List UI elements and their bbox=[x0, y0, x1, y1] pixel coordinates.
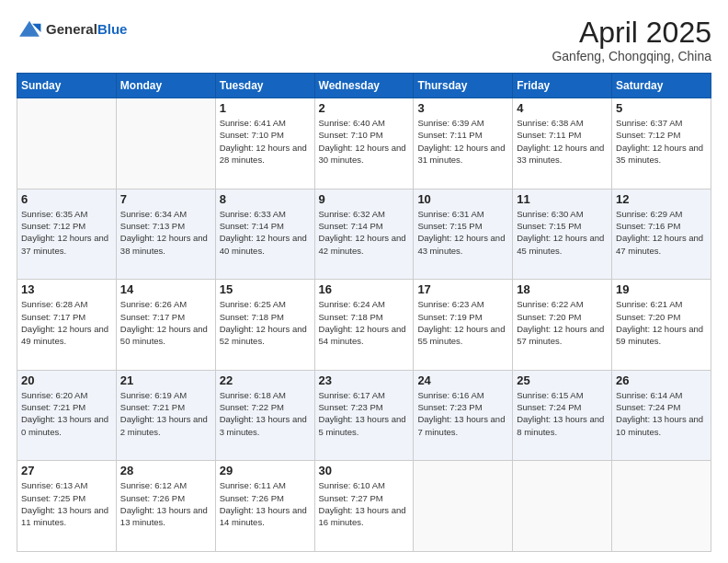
day-info: Sunrise: 6:10 AM Sunset: 7:27 PM Dayligh… bbox=[319, 479, 410, 528]
calendar-cell: 17Sunrise: 6:23 AM Sunset: 7:19 PM Dayli… bbox=[414, 280, 513, 371]
calendar-table: SundayMondayTuesdayWednesdayThursdayFrid… bbox=[17, 73, 711, 552]
calendar-cell: 19Sunrise: 6:21 AM Sunset: 7:20 PM Dayli… bbox=[612, 280, 711, 371]
day-info: Sunrise: 6:16 AM Sunset: 7:23 PM Dayligh… bbox=[417, 389, 508, 438]
calendar-cell: 18Sunrise: 6:22 AM Sunset: 7:20 PM Dayli… bbox=[513, 280, 612, 371]
calendar-cell: 2Sunrise: 6:40 AM Sunset: 7:10 PM Daylig… bbox=[314, 98, 414, 190]
calendar-title: April 2025 bbox=[552, 17, 711, 49]
day-info: Sunrise: 6:23 AM Sunset: 7:19 PM Dayligh… bbox=[417, 298, 508, 347]
weekday-header-tuesday: Tuesday bbox=[215, 74, 314, 98]
calendar-cell: 8Sunrise: 6:33 AM Sunset: 7:14 PM Daylig… bbox=[215, 189, 314, 280]
calendar-cell: 5Sunrise: 6:37 AM Sunset: 7:12 PM Daylig… bbox=[612, 98, 711, 190]
day-number: 10 bbox=[417, 192, 508, 206]
calendar-cell: 28Sunrise: 6:12 AM Sunset: 7:26 PM Dayli… bbox=[116, 461, 215, 552]
day-info: Sunrise: 6:31 AM Sunset: 7:15 PM Dayligh… bbox=[417, 208, 508, 257]
calendar-location: Ganfeng, Chongqing, China bbox=[552, 49, 711, 63]
calendar-cell: 6Sunrise: 6:35 AM Sunset: 7:12 PM Daylig… bbox=[17, 189, 117, 280]
day-info: Sunrise: 6:12 AM Sunset: 7:26 PM Dayligh… bbox=[120, 479, 211, 528]
day-number: 9 bbox=[319, 192, 410, 206]
calendar-cell: 15Sunrise: 6:25 AM Sunset: 7:18 PM Dayli… bbox=[215, 280, 314, 371]
calendar-cell: 25Sunrise: 6:15 AM Sunset: 7:24 PM Dayli… bbox=[513, 370, 612, 461]
day-info: Sunrise: 6:35 AM Sunset: 7:12 PM Dayligh… bbox=[21, 208, 112, 257]
title-block: April 2025 Ganfeng, Chongqing, China bbox=[552, 17, 711, 63]
calendar-cell: 26Sunrise: 6:14 AM Sunset: 7:24 PM Dayli… bbox=[612, 370, 711, 461]
calendar-cell: 12Sunrise: 6:29 AM Sunset: 7:16 PM Dayli… bbox=[612, 189, 711, 280]
weekday-header-thursday: Thursday bbox=[414, 74, 513, 98]
day-number: 7 bbox=[120, 192, 211, 206]
day-number: 30 bbox=[319, 464, 410, 477]
day-info: Sunrise: 6:37 AM Sunset: 7:12 PM Dayligh… bbox=[616, 117, 707, 166]
calendar-cell bbox=[17, 98, 117, 190]
weekday-header-saturday: Saturday bbox=[612, 74, 711, 98]
weekday-header-friday: Friday bbox=[513, 74, 612, 98]
day-info: Sunrise: 6:26 AM Sunset: 7:17 PM Dayligh… bbox=[120, 298, 211, 347]
calendar-cell: 30Sunrise: 6:10 AM Sunset: 7:27 PM Dayli… bbox=[314, 461, 414, 552]
day-number: 15 bbox=[220, 282, 311, 296]
day-info: Sunrise: 6:28 AM Sunset: 7:17 PM Dayligh… bbox=[21, 298, 112, 347]
calendar-cell bbox=[116, 98, 215, 190]
day-number: 18 bbox=[517, 282, 608, 296]
day-number: 20 bbox=[21, 373, 112, 387]
day-info: Sunrise: 6:15 AM Sunset: 7:24 PM Dayligh… bbox=[517, 389, 608, 438]
day-info: Sunrise: 6:13 AM Sunset: 7:25 PM Dayligh… bbox=[21, 479, 112, 528]
day-info: Sunrise: 6:21 AM Sunset: 7:20 PM Dayligh… bbox=[616, 298, 707, 347]
calendar-cell: 4Sunrise: 6:38 AM Sunset: 7:11 PM Daylig… bbox=[513, 98, 612, 190]
calendar-cell: 10Sunrise: 6:31 AM Sunset: 7:15 PM Dayli… bbox=[414, 189, 513, 280]
weekday-header-sunday: Sunday bbox=[17, 74, 117, 98]
day-number: 1 bbox=[220, 101, 311, 115]
day-number: 6 bbox=[21, 192, 112, 206]
day-number: 21 bbox=[120, 373, 211, 387]
logo-icon bbox=[17, 17, 42, 42]
calendar-cell: 14Sunrise: 6:26 AM Sunset: 7:17 PM Dayli… bbox=[116, 280, 215, 371]
day-number: 3 bbox=[417, 101, 508, 115]
calendar-cell bbox=[612, 461, 711, 552]
weekday-header-wednesday: Wednesday bbox=[314, 74, 414, 98]
day-number: 23 bbox=[319, 373, 410, 387]
day-info: Sunrise: 6:33 AM Sunset: 7:14 PM Dayligh… bbox=[220, 208, 311, 257]
day-info: Sunrise: 6:17 AM Sunset: 7:23 PM Dayligh… bbox=[319, 389, 410, 438]
day-info: Sunrise: 6:29 AM Sunset: 7:16 PM Dayligh… bbox=[616, 208, 707, 257]
calendar-cell: 21Sunrise: 6:19 AM Sunset: 7:21 PM Dayli… bbox=[116, 370, 215, 461]
calendar-cell: 16Sunrise: 6:24 AM Sunset: 7:18 PM Dayli… bbox=[314, 280, 414, 371]
calendar-cell: 20Sunrise: 6:20 AM Sunset: 7:21 PM Dayli… bbox=[17, 370, 117, 461]
day-number: 11 bbox=[517, 192, 608, 206]
logo: GeneralBlue bbox=[17, 17, 127, 42]
day-number: 29 bbox=[220, 464, 311, 477]
day-number: 12 bbox=[616, 192, 707, 206]
day-number: 8 bbox=[220, 192, 311, 206]
day-info: Sunrise: 6:11 AM Sunset: 7:26 PM Dayligh… bbox=[220, 479, 311, 528]
day-number: 17 bbox=[417, 282, 508, 296]
calendar-cell: 29Sunrise: 6:11 AM Sunset: 7:26 PM Dayli… bbox=[215, 461, 314, 552]
calendar-cell: 11Sunrise: 6:30 AM Sunset: 7:15 PM Dayli… bbox=[513, 189, 612, 280]
calendar-cell: 22Sunrise: 6:18 AM Sunset: 7:22 PM Dayli… bbox=[215, 370, 314, 461]
calendar-cell bbox=[513, 461, 612, 552]
day-number: 2 bbox=[319, 101, 410, 115]
day-number: 4 bbox=[517, 101, 608, 115]
day-number: 25 bbox=[517, 373, 608, 387]
day-info: Sunrise: 6:38 AM Sunset: 7:11 PM Dayligh… bbox=[517, 117, 608, 166]
day-info: Sunrise: 6:22 AM Sunset: 7:20 PM Dayligh… bbox=[517, 298, 608, 347]
calendar-cell: 1Sunrise: 6:41 AM Sunset: 7:10 PM Daylig… bbox=[215, 98, 314, 190]
day-info: Sunrise: 6:19 AM Sunset: 7:21 PM Dayligh… bbox=[120, 389, 211, 438]
calendar-cell: 7Sunrise: 6:34 AM Sunset: 7:13 PM Daylig… bbox=[116, 189, 215, 280]
day-info: Sunrise: 6:34 AM Sunset: 7:13 PM Dayligh… bbox=[120, 208, 211, 257]
calendar-cell: 3Sunrise: 6:39 AM Sunset: 7:11 PM Daylig… bbox=[414, 98, 513, 190]
day-info: Sunrise: 6:32 AM Sunset: 7:14 PM Dayligh… bbox=[319, 208, 410, 257]
day-info: Sunrise: 6:39 AM Sunset: 7:11 PM Dayligh… bbox=[417, 117, 508, 166]
day-info: Sunrise: 6:18 AM Sunset: 7:22 PM Dayligh… bbox=[220, 389, 311, 438]
day-info: Sunrise: 6:41 AM Sunset: 7:10 PM Dayligh… bbox=[220, 117, 311, 166]
day-info: Sunrise: 6:40 AM Sunset: 7:10 PM Dayligh… bbox=[319, 117, 410, 166]
calendar-cell: 24Sunrise: 6:16 AM Sunset: 7:23 PM Dayli… bbox=[414, 370, 513, 461]
day-info: Sunrise: 6:20 AM Sunset: 7:21 PM Dayligh… bbox=[21, 389, 112, 438]
day-info: Sunrise: 6:30 AM Sunset: 7:15 PM Dayligh… bbox=[517, 208, 608, 257]
logo-general: GeneralBlue bbox=[46, 22, 127, 38]
calendar-cell: 27Sunrise: 6:13 AM Sunset: 7:25 PM Dayli… bbox=[17, 461, 117, 552]
calendar-cell: 23Sunrise: 6:17 AM Sunset: 7:23 PM Dayli… bbox=[314, 370, 414, 461]
day-number: 5 bbox=[616, 101, 707, 115]
weekday-header-monday: Monday bbox=[116, 74, 215, 98]
day-number: 22 bbox=[220, 373, 311, 387]
day-number: 13 bbox=[21, 282, 112, 296]
day-number: 16 bbox=[319, 282, 410, 296]
day-info: Sunrise: 6:14 AM Sunset: 7:24 PM Dayligh… bbox=[616, 389, 707, 438]
calendar-cell bbox=[414, 461, 513, 552]
day-number: 24 bbox=[417, 373, 508, 387]
